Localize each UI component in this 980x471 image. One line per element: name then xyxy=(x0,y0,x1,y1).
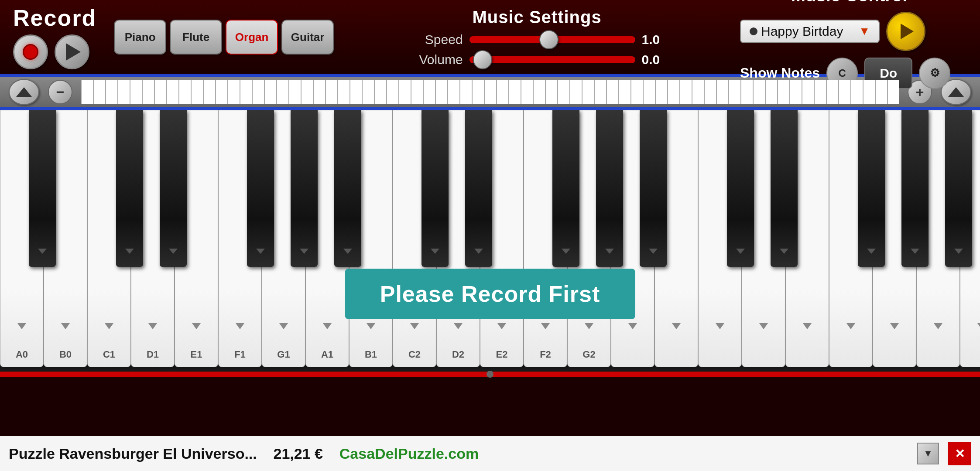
mini-key xyxy=(729,80,741,104)
mini-key xyxy=(167,80,179,104)
music-settings-section: Music Settings Speed 1.0 Volume 0.0 xyxy=(347,3,727,72)
mini-key xyxy=(228,80,240,104)
play-gold-icon xyxy=(901,24,914,39)
mini-key xyxy=(533,80,545,104)
mini-key xyxy=(814,80,826,104)
black-key[interactable] xyxy=(421,110,449,267)
mini-key xyxy=(668,80,680,104)
mini-key xyxy=(484,80,497,104)
black-key[interactable] xyxy=(771,110,798,267)
mini-key xyxy=(81,80,93,104)
mini-key xyxy=(887,80,899,104)
mini-key xyxy=(680,80,692,104)
mini-key xyxy=(350,80,362,104)
play-song-button[interactable] xyxy=(886,12,925,51)
octave-left-button[interactable] xyxy=(9,79,39,105)
mini-key xyxy=(631,80,643,104)
ad-close-button[interactable]: ✕ xyxy=(948,442,971,465)
mini-key xyxy=(374,80,387,104)
mini-key xyxy=(741,80,753,104)
mini-key xyxy=(338,80,350,104)
ad-collapse-button[interactable]: ▼ xyxy=(917,443,939,464)
mini-key xyxy=(521,80,533,104)
mini-key xyxy=(301,80,313,104)
speed-label: Speed xyxy=(406,32,463,47)
record-first-overlay: Please Record First xyxy=(345,269,635,319)
black-key[interactable] xyxy=(858,110,885,267)
instrument-organ-button[interactable]: Organ xyxy=(226,20,278,55)
record-section: Record xyxy=(13,5,96,69)
mini-key xyxy=(692,80,704,104)
black-key[interactable] xyxy=(596,110,623,267)
song-name: Happy Birtday xyxy=(761,24,843,39)
mini-key xyxy=(802,80,814,104)
volume-thumb[interactable] xyxy=(473,50,492,69)
mini-key xyxy=(203,80,216,104)
note-settings-button[interactable]: ⚙ xyxy=(919,58,950,89)
mini-key xyxy=(472,80,484,104)
zoom-out-button[interactable]: − xyxy=(48,80,72,104)
record-controls xyxy=(13,34,89,69)
black-key[interactable] xyxy=(552,110,579,267)
mini-key xyxy=(655,80,668,104)
dropdown-arrow-icon: ▼ xyxy=(859,24,870,38)
black-key[interactable] xyxy=(465,110,492,267)
mini-key xyxy=(313,80,326,104)
instrument-flute-button[interactable]: Flute xyxy=(170,20,222,55)
volume-slider[interactable] xyxy=(469,56,635,63)
black-key[interactable] xyxy=(116,110,143,267)
mini-key xyxy=(326,80,338,104)
mini-key xyxy=(643,80,655,104)
ad-price: 21,21 € xyxy=(274,445,323,462)
mini-key xyxy=(497,80,509,104)
song-select-dropdown[interactable]: Happy Birtday ▼ xyxy=(740,20,880,43)
mini-key xyxy=(216,80,228,104)
mini-key xyxy=(106,80,118,104)
mini-key xyxy=(252,80,264,104)
black-key[interactable] xyxy=(247,110,274,267)
black-key[interactable] xyxy=(29,110,56,267)
music-control-title: Music Control xyxy=(740,0,958,5)
record-button[interactable] xyxy=(13,34,48,69)
mini-key xyxy=(778,80,790,104)
mini-key xyxy=(411,80,423,104)
mini-key xyxy=(704,80,716,104)
black-key[interactable] xyxy=(727,110,754,267)
mini-key xyxy=(448,80,460,104)
mini-key xyxy=(619,80,631,104)
black-key[interactable] xyxy=(334,110,361,267)
song-selector-row: Happy Birtday ▼ xyxy=(740,12,925,51)
instrument-section: Piano Flute Organ Guitar xyxy=(114,20,334,55)
piano-keyboard-area: A0B0C1D1E1F1G1A1B1C2D2E2F2G2 Please Reco… xyxy=(0,110,980,372)
instrument-guitar-button[interactable]: Guitar xyxy=(281,20,334,55)
mini-key xyxy=(289,80,301,104)
mini-key xyxy=(863,80,875,104)
progress-bar[interactable] xyxy=(0,372,980,377)
black-key[interactable] xyxy=(640,110,667,267)
play-record-button[interactable] xyxy=(55,34,89,69)
ad-link[interactable]: CasaDelPuzzle.com xyxy=(339,445,479,462)
keyboard-nav-bar: − xyxy=(0,77,980,107)
octave-up-right-icon xyxy=(948,87,964,97)
black-key[interactable] xyxy=(901,110,929,267)
mini-key xyxy=(191,80,203,104)
speed-slider[interactable] xyxy=(469,36,635,43)
mini-key xyxy=(875,80,887,104)
black-key[interactable] xyxy=(945,110,972,267)
mini-key xyxy=(130,80,142,104)
record-dot-icon xyxy=(23,44,38,60)
mini-key xyxy=(716,80,729,104)
black-key[interactable] xyxy=(291,110,318,267)
speed-thumb[interactable] xyxy=(539,30,559,49)
instrument-piano-button[interactable]: Piano xyxy=(114,20,166,55)
mini-key xyxy=(362,80,374,104)
mini-key xyxy=(277,80,289,104)
octave-up-icon xyxy=(16,87,32,97)
music-control-section: Music Control Happy Birtday ▼ Show Notes… xyxy=(740,0,958,89)
mini-key xyxy=(839,80,851,104)
mini-key xyxy=(460,80,472,104)
mini-key xyxy=(240,80,252,104)
mini-key xyxy=(558,80,570,104)
progress-dot xyxy=(487,371,493,378)
black-key[interactable] xyxy=(160,110,187,267)
